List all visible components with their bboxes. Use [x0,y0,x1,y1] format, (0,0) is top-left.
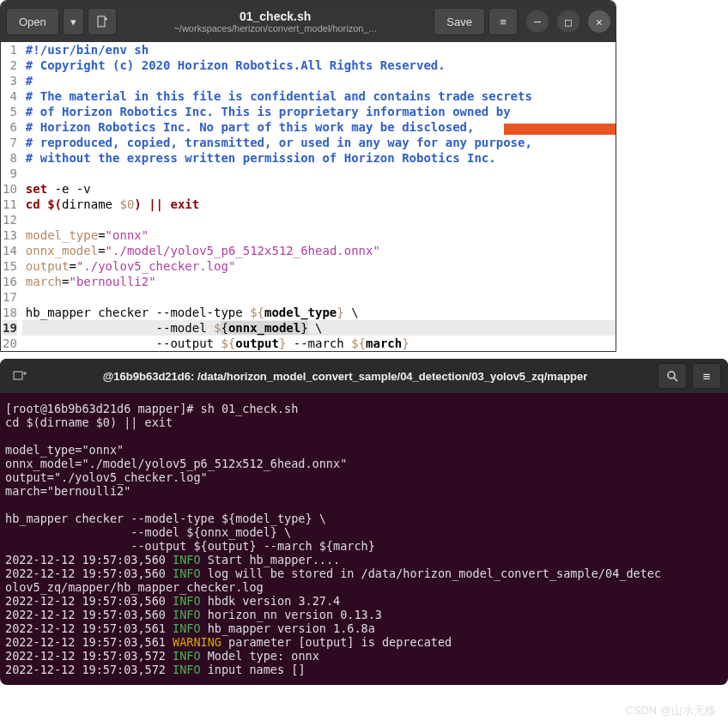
search-button[interactable] [658,363,687,389]
code-line[interactable]: --output ${output} --march ${march} [22,336,616,351]
code-line[interactable]: # without the express written permission… [22,150,616,166]
gedit-header: Open ▾ 01_check.sh ~/workspaces/herizon/… [1,1,616,42]
line-number: 14 [3,243,17,258]
line-number: 9 [3,166,17,181]
line-number: 1 [3,42,17,58]
line-number: 7 [3,135,17,150]
line-number: 4 [3,88,17,104]
code-line[interactable]: # Copyright (c) 2020 Horizon Robotics.Al… [22,58,616,73]
code-line[interactable]: cd $(dirname $0) || exit [22,197,616,212]
code-line[interactable]: onnx_model="./model/yolov5_p6_512x512_6h… [22,243,616,258]
code-line[interactable] [22,212,616,227]
line-number: 3 [3,73,17,88]
minimize-button[interactable]: ─ [526,10,549,33]
line-number: 2 [3,58,17,73]
code-line[interactable] [22,289,616,305]
line-number: 12 [3,212,17,227]
line-number: 16 [3,274,17,289]
line-number: 11 [3,197,17,212]
code-line[interactable]: set -e -v [22,181,616,197]
code-line[interactable]: # of Horizon Robotics Inc. This is propr… [22,104,616,119]
new-tab-icon [13,369,27,383]
file-path: ~/workspaces/herizon/convert_model/horiz… [120,23,431,33]
maximize-button[interactable]: □ [557,10,579,33]
line-number: 19 [3,320,17,336]
terminal-output[interactable]: [root@16b9b63d21d6 mapper]# sh 01_check.… [0,393,728,685]
line-number: 13 [3,227,17,243]
new-tab-button[interactable] [7,363,33,389]
terminal-window: @16b9b63d21d6: /data/horizon_model_conve… [0,359,728,685]
line-number: 8 [3,150,17,166]
svg-line-7 [674,378,677,381]
window-controls: ─ □ ✕ [526,10,610,33]
line-number: 5 [3,104,17,119]
code-line[interactable]: hb_mapper checker --model-type ${model_t… [22,305,616,320]
search-icon [666,370,678,382]
code-area[interactable]: #!/usr/bin/env sh# Copyright (c) 2020 Ho… [22,42,616,351]
svg-rect-0 [98,16,105,27]
hamburger-menu[interactable]: ≡ [488,8,518,35]
code-line[interactable]: # Horizon Robotics Inc. No part of this … [22,119,616,135]
save-button[interactable]: Save [434,8,485,35]
code-line[interactable]: --model ${onnx_model} \ [22,320,616,336]
new-tab-button[interactable] [88,8,117,35]
code-line[interactable]: # The material in this file is confident… [22,88,616,104]
open-button[interactable]: Open [6,8,59,35]
gedit-window: Open ▾ 01_check.sh ~/workspaces/herizon/… [0,0,616,352]
new-doc-icon [96,15,108,27]
editor-area[interactable]: 1234567891011121314151617181920 #!/usr/b… [1,42,616,351]
code-line[interactable] [22,166,616,181]
line-number: 15 [3,258,17,274]
terminal-menu[interactable]: ≡ [692,363,721,389]
svg-rect-3 [14,372,22,379]
line-number: 17 [3,289,17,305]
svg-point-6 [668,372,675,379]
terminal-header: @16b9b63d21d6: /data/horizon_model_conve… [0,359,728,393]
line-gutter: 1234567891011121314151617181920 [1,42,22,351]
line-number: 6 [3,119,17,135]
title-area: 01_check.sh ~/workspaces/herizon/convert… [120,9,431,33]
code-line[interactable]: output="./yolov5_checker.log" [22,258,616,274]
line-number: 10 [3,181,17,197]
code-line[interactable]: # reproduced, copied, transmitted, or us… [22,135,616,150]
code-line[interactable]: #!/usr/bin/env sh [22,42,616,58]
code-line[interactable]: model_type="onnx" [22,227,616,243]
file-title: 01_check.sh [120,9,431,23]
code-line[interactable]: # [22,73,616,88]
line-number: 18 [3,305,17,320]
code-line[interactable]: march="bernoulli2" [22,274,616,289]
open-recent-dropdown[interactable]: ▾ [63,8,84,35]
close-button[interactable]: ✕ [588,10,610,33]
terminal-title: @16b9b63d21d6: /data/horizon_model_conve… [38,370,652,383]
line-number: 20 [3,336,17,351]
